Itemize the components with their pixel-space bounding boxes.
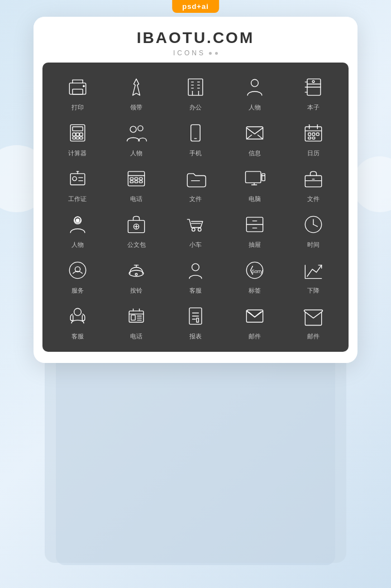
svg-rect-50 bbox=[128, 171, 145, 186]
svg-rect-54 bbox=[140, 178, 143, 180]
list-item: 计算器 bbox=[53, 119, 103, 157]
list-item: 文件 bbox=[170, 165, 221, 203]
list-item: 日历 bbox=[288, 119, 338, 157]
list-item: 文件 bbox=[288, 165, 338, 203]
icon-label: 客服 bbox=[71, 332, 84, 341]
svg-text:Sorry: Sorry bbox=[251, 269, 263, 274]
svg-rect-21 bbox=[73, 127, 83, 131]
icon-row-1: 打印 领带 bbox=[42, 68, 349, 114]
svg-line-83 bbox=[313, 224, 317, 227]
mail1-icon bbox=[241, 303, 268, 329]
print-icon bbox=[64, 74, 91, 101]
icon-label: 领带 bbox=[130, 103, 142, 112]
svg-point-75 bbox=[198, 228, 202, 231]
svg-rect-39 bbox=[308, 133, 311, 136]
card-header: IBAOTU.COM ICONS bbox=[34, 17, 357, 63]
icon-label: 电话 bbox=[130, 195, 142, 203]
icon-label: 下降 bbox=[307, 286, 320, 295]
list-item: Sorry 标签 bbox=[230, 257, 280, 295]
svg-rect-55 bbox=[130, 181, 133, 183]
svg-rect-27 bbox=[79, 137, 83, 139]
list-item: 领带 bbox=[111, 74, 161, 112]
list-item: 人物 bbox=[53, 211, 103, 249]
subtitle-dot2 bbox=[215, 52, 218, 55]
svg-line-106 bbox=[304, 311, 306, 312]
report-icon bbox=[182, 303, 209, 329]
svg-point-45 bbox=[73, 176, 77, 180]
icon-label: 文件 bbox=[189, 195, 202, 203]
list-item: 邮件 bbox=[288, 303, 338, 341]
site-title: IBAOTU.COM bbox=[45, 29, 346, 47]
list-item: 客服 bbox=[53, 303, 103, 341]
list-item: 下降 bbox=[288, 257, 338, 295]
icon-label: 日历 bbox=[307, 149, 320, 157]
icon-panel: 打印 领带 bbox=[42, 63, 349, 352]
list-item: 时间 bbox=[288, 211, 338, 249]
icon-label: 计算器 bbox=[68, 149, 87, 157]
list-item: 工作证 bbox=[53, 165, 103, 203]
notebook-icon bbox=[300, 74, 327, 101]
icon-label: 公文包 bbox=[127, 241, 146, 249]
list-item: 本子 bbox=[288, 74, 338, 112]
list-item: 报表 bbox=[170, 303, 221, 341]
svg-rect-3 bbox=[188, 79, 203, 95]
list-item: 信息 bbox=[230, 119, 280, 157]
list-item: 手机 bbox=[170, 119, 221, 157]
svg-rect-87 bbox=[136, 274, 138, 276]
svg-point-84 bbox=[69, 262, 85, 278]
svg-rect-26 bbox=[76, 137, 79, 139]
svg-rect-57 bbox=[140, 181, 143, 183]
headset-icon bbox=[64, 303, 91, 329]
svg-rect-40 bbox=[312, 133, 315, 136]
icon-label: 文件 bbox=[307, 195, 320, 203]
svg-point-95 bbox=[74, 308, 81, 315]
list-item: 人物 bbox=[111, 119, 161, 157]
icon-label: 人物 bbox=[130, 149, 142, 157]
svg-point-28 bbox=[130, 126, 136, 132]
icon-label: 时间 bbox=[307, 241, 320, 249]
main-card: IBAOTU.COM ICONS 打印 bbox=[34, 17, 357, 363]
icon-label: 报表 bbox=[189, 332, 202, 341]
svg-point-2 bbox=[83, 85, 85, 87]
icon-label: 打印 bbox=[71, 103, 84, 112]
subtitle-text: ICONS bbox=[173, 49, 206, 57]
person1-icon bbox=[241, 74, 268, 101]
svg-rect-42 bbox=[308, 137, 311, 139]
clock-icon bbox=[300, 211, 327, 238]
svg-rect-64 bbox=[306, 176, 322, 187]
svg-point-90 bbox=[192, 264, 199, 271]
icon-label: 信息 bbox=[249, 149, 261, 157]
list-item: 按铃 bbox=[111, 257, 161, 295]
tie-icon bbox=[123, 74, 150, 101]
icon-label: 手机 bbox=[189, 149, 202, 157]
service-icon bbox=[64, 257, 91, 284]
icon-row-6: 客服 电话 bbox=[42, 297, 349, 343]
icon-label: 电话 bbox=[130, 332, 142, 341]
decline-icon bbox=[300, 257, 327, 284]
list-item: 抽屉 bbox=[230, 211, 280, 249]
mail2-icon bbox=[300, 303, 327, 329]
workcard-icon bbox=[64, 165, 91, 192]
list-item: 服务 bbox=[53, 257, 103, 295]
svg-point-68 bbox=[76, 219, 79, 222]
icon-label: 本子 bbox=[307, 103, 320, 112]
svg-rect-23 bbox=[76, 133, 79, 136]
list-item: 电话 bbox=[111, 303, 161, 341]
icon-label: 服务 bbox=[71, 286, 84, 295]
list-item: 电脑 bbox=[230, 165, 280, 203]
icon-label: 按铃 bbox=[130, 286, 142, 295]
person2-icon bbox=[64, 211, 91, 238]
bag-icon bbox=[123, 211, 150, 238]
icon-row-5: 服务 按铃 bbox=[42, 251, 349, 297]
list-item: 打印 bbox=[53, 74, 103, 112]
icon-label: 小车 bbox=[189, 241, 202, 249]
icon-row-3: 工作证 电话 bbox=[42, 160, 349, 205]
svg-line-34 bbox=[258, 135, 263, 139]
drawer-icon bbox=[241, 211, 268, 238]
svg-rect-0 bbox=[69, 83, 85, 94]
svg-point-12 bbox=[251, 79, 258, 87]
svg-rect-25 bbox=[73, 137, 76, 139]
icon-label: 人物 bbox=[71, 241, 84, 249]
persons-icon bbox=[123, 119, 150, 146]
svg-point-16 bbox=[312, 80, 314, 83]
